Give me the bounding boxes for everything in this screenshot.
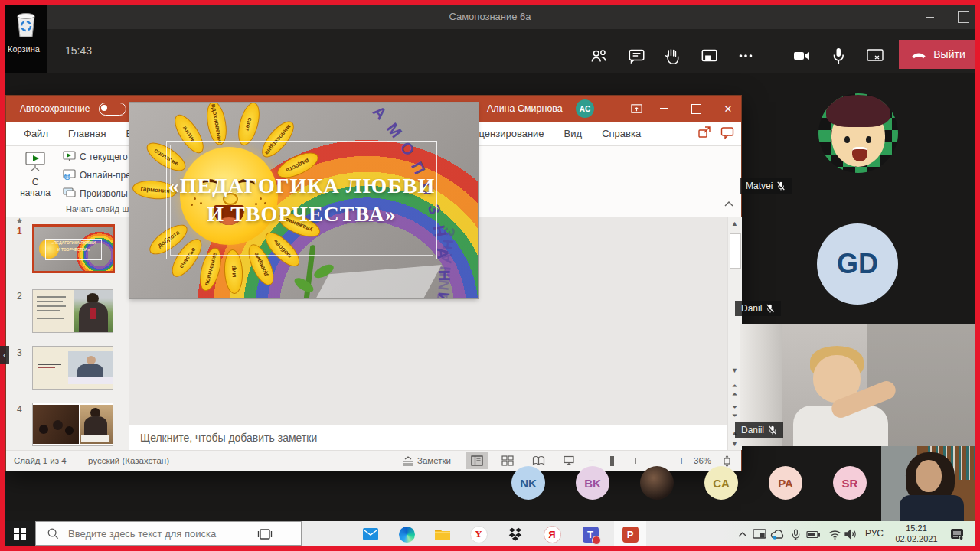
zoom-in-icon[interactable]: + — [678, 455, 684, 467]
ppt-close-icon[interactable]: ✕ — [715, 96, 741, 122]
notes-placeholder: Щелкните, чтобы добавить заметки — [140, 432, 727, 444]
tray-display-icon[interactable] — [750, 525, 769, 543]
participants-icon[interactable] — [589, 46, 609, 66]
tab-help[interactable]: Справка — [592, 122, 651, 145]
language-indicator[interactable]: русский (Казахстан) — [88, 456, 169, 465]
zoom-level[interactable]: 36% — [694, 456, 711, 465]
user-avatar[interactable]: AC — [576, 99, 594, 118]
notes-pane[interactable]: Щелкните, чтобы добавить заметки — [129, 425, 727, 451]
battery-icon[interactable] — [804, 525, 822, 543]
meeting-title: Самопознание 6а — [449, 11, 531, 22]
participant-avatar[interactable]: BK — [576, 466, 609, 500]
participant-avatar[interactable]: CA — [704, 466, 738, 500]
yandex-app-icon[interactable]: Y — [469, 525, 488, 543]
thumbnail-number: 2 — [17, 291, 22, 302]
recycle-bin-label: Корзина — [5, 44, 43, 54]
scrollbar-thumb[interactable] — [730, 233, 741, 269]
recycle-bin-desktop-icon[interactable]: Корзина — [5, 5, 47, 73]
thumbnail-number: 3 — [17, 347, 22, 358]
share-icon[interactable] — [697, 125, 712, 143]
thumbnail-number: 1 — [17, 226, 22, 236]
mic-muted-icon — [768, 425, 777, 435]
search-icon — [47, 527, 59, 540]
volume-icon[interactable] — [841, 525, 860, 543]
slide-title-line-2: И ТВОРЧЕСТВА» — [207, 201, 396, 228]
participant-avatar[interactable]: PA — [769, 466, 802, 500]
zoom-slider-thumb[interactable] — [610, 456, 614, 466]
notes-toggle-label[interactable]: Заметки — [417, 456, 451, 465]
minimize-window-icon[interactable] — [926, 17, 934, 18]
tab-view[interactable]: Вид — [554, 122, 593, 145]
tab-file[interactable]: Файл — [14, 122, 58, 145]
thumb-title-box: «ПЕДАГОГИКА ЛЮБВИ И ТВОРЧЕСТВА» — [45, 239, 102, 260]
notes-scroll-down-icon[interactable]: ▼ — [730, 440, 740, 448]
slide-thumbnail-2[interactable] — [32, 289, 113, 333]
collapse-panel-icon[interactable]: ‹ — [0, 346, 9, 364]
more-options-icon[interactable] — [736, 46, 756, 66]
tab-home[interactable]: Главная — [58, 122, 116, 145]
action-center-icon[interactable] — [948, 525, 966, 543]
chat-icon[interactable] — [626, 46, 646, 66]
from-beginning-label-2: начала — [20, 187, 51, 198]
slide-arc-letter: М — [381, 118, 407, 143]
dropbox-icon[interactable] — [506, 525, 524, 543]
share-screen-icon[interactable] — [699, 46, 719, 66]
user-name[interactable]: Алина Смирнова — [487, 103, 563, 114]
taskbar-search-input[interactable] — [67, 527, 276, 540]
start-button[interactable] — [5, 521, 35, 546]
thumbnail-number: 4 — [17, 404, 22, 415]
taskbar: Y Я T− P — [5, 521, 975, 546]
self-video-tile[interactable] — [881, 446, 975, 521]
teams-app-icon[interactable]: T− — [581, 525, 599, 543]
stop-presenting-icon[interactable] — [865, 46, 885, 66]
ppt-maximize-icon[interactable] — [683, 96, 709, 122]
tray-date: 02.02.2021 — [891, 533, 942, 544]
thumb-photo — [80, 405, 113, 444]
file-explorer-icon[interactable] — [433, 525, 452, 543]
ribbon-display-options-icon[interactable] — [623, 96, 649, 122]
participant-avatar-matvei[interactable] — [818, 93, 898, 173]
slide-1[interactable]: жизньвдохновениесветмилосердиерадостьува… — [129, 103, 478, 298]
zoom-out-icon[interactable]: − — [588, 455, 594, 467]
tray-microphone-icon[interactable] — [786, 525, 805, 543]
scroll-down-icon[interactable]: ▼ — [730, 367, 740, 374]
powerpoint-app-icon[interactable]: P — [621, 525, 639, 543]
maximize-window-icon[interactable] — [958, 11, 969, 23]
task-view-icon[interactable] — [256, 525, 274, 543]
scroll-up-icon[interactable]: ▲ — [730, 220, 740, 227]
participant-avatar-gd[interactable]: GD — [817, 223, 898, 305]
collapse-ribbon-icon[interactable] — [724, 198, 733, 209]
video-person-body — [900, 495, 964, 521]
slide-thumbnail-1[interactable]: «ПЕДАГОГИКА ЛЮБВИ И ТВОРЧЕСТВА» — [32, 224, 115, 273]
windows-logo-icon — [14, 528, 26, 540]
participant-avatar[interactable]: SR — [833, 466, 867, 500]
slide-title-box[interactable]: «ПЕДАГОГИКА ЛЮБВИ И ТВОРЧЕСТВА» — [166, 141, 437, 259]
yandex-browser-icon[interactable]: Я — [543, 525, 561, 543]
camera-icon[interactable] — [792, 46, 812, 66]
previous-slide-icon[interactable]: ⏶⏶ — [730, 382, 740, 399]
autosave-toggle[interactable] — [99, 103, 126, 116]
keyboard-language[interactable]: РУС — [865, 528, 884, 539]
normal-view-button[interactable] — [466, 452, 488, 469]
leave-call-label: Выйти — [933, 48, 965, 60]
tray-clock[interactable]: 15:21 02.02.2021 — [891, 523, 942, 544]
microphone-icon[interactable] — [828, 46, 848, 66]
notes-toggle-icon[interactable] — [403, 456, 413, 468]
onedrive-cloud-icon[interactable] — [769, 525, 787, 543]
participant-avatar[interactable]: NK — [511, 466, 545, 500]
mail-app-icon[interactable] — [361, 525, 380, 543]
slide-thumbnail-panel: 1 «ПЕДАГОГИКА ЛЮБВИ И ТВОРЧЕСТВА» 2 3 4 — [6, 217, 129, 450]
next-slide-icon[interactable]: ⏷⏷ — [730, 403, 740, 420]
raise-hand-icon[interactable] — [662, 46, 681, 66]
edge-browser-icon[interactable] — [397, 525, 416, 543]
tray-expand-icon[interactable] — [733, 525, 752, 543]
slide-thumbnail-3[interactable] — [32, 346, 113, 390]
comments-icon[interactable] — [720, 125, 735, 143]
online-presentation-icon — [63, 169, 76, 181]
slide-title-line-1: «ПЕДАГОГИКА ЛЮБВИ — [168, 172, 435, 200]
leave-call-button[interactable]: Выйти — [899, 40, 977, 69]
from-beginning-button[interactable]: С начала — [12, 149, 58, 198]
participant-avatar[interactable] — [640, 466, 674, 500]
ppt-minimize-icon[interactable] — [651, 96, 677, 122]
slide-thumbnail-4[interactable] — [32, 403, 113, 446]
